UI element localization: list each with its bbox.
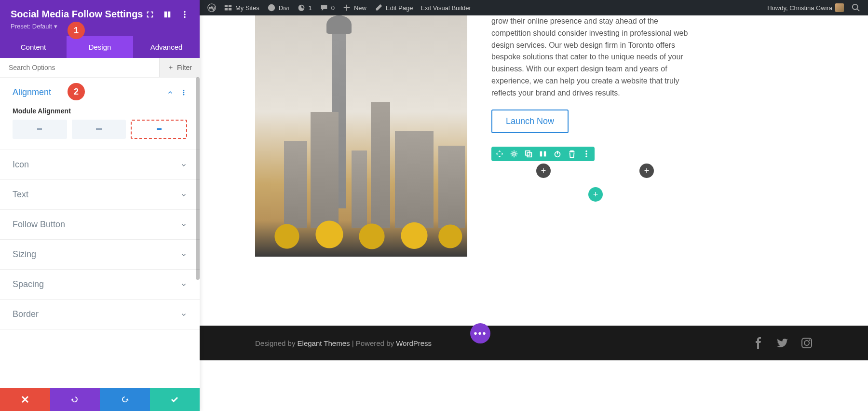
svg-rect-13	[544, 151, 546, 157]
svg-point-19	[804, 341, 809, 345]
site-footer: Designed by Elegant Themes | Powered by …	[200, 326, 868, 360]
edit-page[interactable]: Edit Page	[370, 0, 417, 15]
my-sites-label: My Sites	[235, 4, 259, 12]
check-icon	[170, 395, 179, 404]
section-icon: Icon	[0, 150, 200, 180]
divi-icon	[267, 3, 276, 12]
redo-button[interactable]	[100, 388, 150, 411]
save-button[interactable]	[150, 388, 200, 411]
section-follow-button: Follow Button	[0, 210, 200, 240]
panel-title: Social Media Follow Settings	[11, 9, 143, 20]
undo-icon	[70, 395, 80, 404]
columns-icon[interactable]	[539, 150, 547, 158]
align-left[interactable]	[13, 120, 67, 139]
new-content[interactable]: New	[339, 0, 370, 15]
add-section[interactable]: +	[588, 187, 603, 202]
wp-logo[interactable]	[203, 0, 220, 15]
howdy-user[interactable]: Howdy, Christina Gwira	[763, 0, 848, 15]
search-toggle[interactable]	[848, 0, 864, 15]
cancel-button[interactable]	[0, 388, 50, 411]
section-border: Border	[0, 300, 200, 329]
exit-visual-builder[interactable]: Exit Visual Builder	[417, 0, 475, 15]
panel-header: Social Media Follow Settings Preset: Def…	[0, 0, 200, 36]
sites-icon	[224, 3, 232, 12]
align-center[interactable]	[72, 120, 126, 139]
section-header-icon[interactable]: Icon	[0, 150, 200, 179]
svg-point-3	[184, 11, 186, 13]
add-module-right[interactable]: +	[639, 164, 654, 178]
section-header-spacing[interactable]: Spacing	[0, 270, 200, 299]
callout-badge-1: 1	[68, 22, 85, 39]
section-header-text[interactable]: Text	[0, 180, 200, 209]
divi-label: Divi	[279, 4, 289, 12]
svg-point-7	[183, 92, 185, 93]
svg-point-9	[513, 152, 515, 155]
add-module-left[interactable]: +	[536, 164, 551, 178]
svg-point-16	[585, 153, 587, 155]
section-header-alignment[interactable]: Alignment	[0, 78, 200, 107]
pencil-icon	[374, 3, 383, 12]
more-icon[interactable]	[180, 10, 189, 19]
elegant-themes-link[interactable]: Elegant Themes	[298, 339, 350, 347]
callout-badge-2: 2	[68, 83, 85, 100]
preset-selector[interactable]: Preset: Default▾	[11, 23, 57, 30]
chevron-down-icon	[180, 251, 187, 258]
tab-content[interactable]: Content	[0, 36, 67, 58]
section-header-follow-button[interactable]: Follow Button	[0, 210, 200, 239]
align-center-icon	[94, 125, 104, 133]
align-left-icon	[35, 125, 44, 133]
align-right-icon	[154, 125, 164, 133]
chevron-down-icon	[180, 221, 187, 228]
footer-credits: Designed by Elegant Themes | Powered by …	[255, 339, 432, 347]
hero-image	[255, 15, 467, 257]
section-header-border[interactable]: Border	[0, 300, 200, 329]
svg-point-15	[585, 151, 587, 152]
power-icon[interactable]	[553, 150, 562, 158]
page-preview: grow their online presence and stay ahea…	[200, 15, 868, 411]
tab-design[interactable]: Design	[67, 36, 133, 58]
comments[interactable]: 0	[316, 0, 339, 15]
instagram-icon[interactable]	[801, 337, 813, 349]
my-sites[interactable]: My Sites	[220, 0, 263, 15]
svg-point-2	[853, 4, 858, 10]
twitter-icon[interactable]	[777, 337, 788, 349]
gear-icon[interactable]	[510, 150, 518, 158]
plus-icon	[342, 3, 351, 12]
updates-count: 1	[309, 4, 312, 12]
section-alignment: Alignment Module Alignment	[0, 78, 200, 150]
expand-icon[interactable]	[146, 10, 154, 19]
comment-icon	[320, 3, 328, 12]
svg-point-6	[183, 90, 185, 91]
updates[interactable]: 1	[293, 0, 316, 15]
launch-button[interactable]: Launch Now	[491, 110, 569, 133]
alignment-options	[13, 120, 187, 139]
exit-vb-label: Exit Visual Builder	[420, 4, 471, 12]
more-icon[interactable]	[582, 150, 591, 158]
builder-fab[interactable]: •••	[470, 323, 490, 343]
align-right[interactable]	[131, 120, 187, 139]
undo-button[interactable]	[50, 388, 100, 411]
comments-count: 0	[331, 4, 335, 12]
section-sizing: Sizing	[0, 240, 200, 270]
more-icon[interactable]	[180, 89, 187, 96]
body-text: grow their online presence and stay ahea…	[491, 15, 699, 99]
section-spacing: Spacing	[0, 270, 200, 300]
tab-advanced[interactable]: Advanced	[133, 36, 200, 58]
refresh-icon	[297, 3, 306, 12]
scrollbar[interactable]	[196, 77, 200, 280]
divi-menu[interactable]: Divi	[263, 0, 293, 15]
facebook-icon[interactable]	[753, 337, 764, 349]
close-icon	[20, 395, 30, 404]
howdy-label: Howdy, Christina Gwira	[767, 4, 832, 12]
chevron-down-icon	[180, 162, 187, 168]
search-icon	[852, 3, 860, 12]
move-icon[interactable]	[495, 150, 504, 158]
trash-icon[interactable]	[568, 150, 576, 158]
wordpress-link[interactable]: WordPress	[396, 339, 432, 347]
columns-icon[interactable]	[163, 10, 172, 19]
edit-page-label: Edit Page	[386, 4, 413, 12]
search-input[interactable]	[0, 58, 159, 77]
filter-button[interactable]: ＋Filter	[159, 58, 200, 77]
duplicate-icon[interactable]	[524, 150, 533, 158]
section-header-sizing[interactable]: Sizing	[0, 240, 200, 269]
